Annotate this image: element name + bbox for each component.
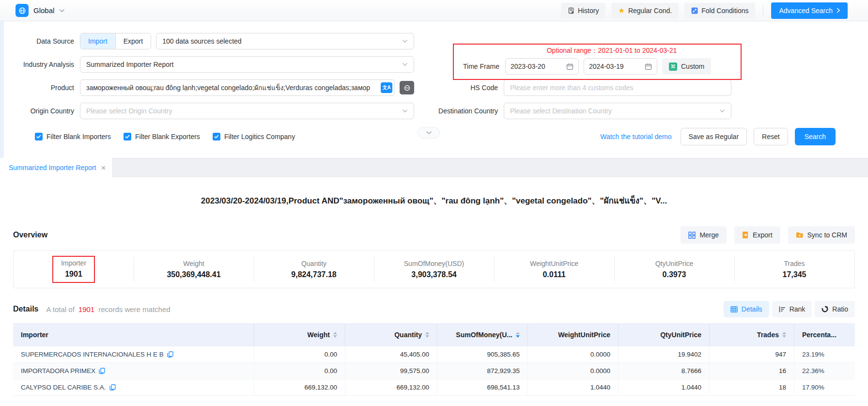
- copy-icon[interactable]: [99, 368, 105, 374]
- advanced-search-button[interactable]: Advanced Search: [771, 2, 848, 19]
- custom-label: Custom: [681, 62, 704, 70]
- search-mode-icon[interactable]: [400, 81, 414, 94]
- custom-range-button[interactable]: ⌘ Custom: [662, 58, 711, 75]
- data-sources-select[interactable]: 100 data sources selected: [156, 33, 414, 49]
- details-table: Importer Weight Quantity SumOfMoney(U...…: [13, 323, 855, 396]
- filters-actions-row: Filter Blank Importers Filter Blank Expo…: [0, 128, 868, 145]
- col-weight[interactable]: Weight: [254, 323, 345, 346]
- fold-conditions-button[interactable]: Fold Conditions: [684, 3, 755, 18]
- stat-quantity: Quantity 9,824,737.18: [254, 251, 374, 288]
- table-row[interactable]: IMPORTADORA PRIMEX 0.00 99,575.00 872,92…: [13, 363, 855, 379]
- translate-icon[interactable]: 文A: [381, 82, 392, 93]
- importer-link[interactable]: IMPORTADORA PRIMEX: [21, 367, 105, 375]
- percentage-cell: 23.19%: [794, 346, 855, 362]
- export-button[interactable]: Export: [734, 226, 780, 244]
- stat-label: Importer: [61, 259, 86, 267]
- tab-summarized-importer-report[interactable]: Summarized Importer Report ×: [0, 158, 113, 177]
- col-trades[interactable]: Trades: [710, 323, 794, 346]
- view-rank-button[interactable]: Rank: [772, 301, 812, 317]
- col-sum-of-money[interactable]: SumOfMoney(U...: [437, 323, 528, 346]
- region-selector[interactable]: Global: [16, 4, 65, 17]
- origin-country-placeholder: Please select Origin Country: [86, 107, 172, 115]
- trades-cell: 18: [710, 379, 794, 395]
- history-label: History: [578, 7, 599, 15]
- chevron-down-icon: [426, 131, 432, 135]
- reset-button[interactable]: Reset: [754, 128, 788, 145]
- close-icon[interactable]: ×: [101, 164, 106, 172]
- import-tab[interactable]: Import: [80, 33, 115, 49]
- weight-unit-price-cell: 0.0000: [528, 363, 619, 379]
- history-icon: [568, 7, 574, 14]
- filter-blank-exporters-checkbox[interactable]: Filter Blank Exporters: [124, 133, 200, 141]
- end-date-input[interactable]: 2024-03-19: [584, 58, 657, 75]
- product-input[interactable]: [80, 79, 395, 96]
- industry-select[interactable]: Summarized Importer Report: [80, 56, 414, 73]
- time-frame-row: Time Frame 2023-03-20 2024-03-19 ⌘ Custo…: [459, 58, 736, 75]
- origin-country-select[interactable]: Please select Origin Country: [80, 103, 414, 119]
- app-window: Global History ★ Regular Cond. Fold: [0, 0, 868, 406]
- view-details-button[interactable]: Details: [724, 301, 769, 317]
- folder-sync-icon: [796, 232, 804, 238]
- summary-prefix: A total of: [46, 305, 74, 313]
- top-bar: Global History ★ Regular Cond. Fold: [0, 0, 868, 21]
- fold-icon: [691, 7, 698, 14]
- overview-stats-bar: Importer 1901 Weight 350,369,448.41 Quan…: [13, 250, 855, 288]
- filter-blank-importers-label: Filter Blank Importers: [46, 133, 111, 141]
- stat-value: 350,369,448.41: [167, 270, 220, 279]
- quantity-cell: 99,575.00: [345, 363, 437, 379]
- stat-label: Trades: [784, 260, 805, 267]
- details-bar: Details A total of 1901 records were mat…: [13, 301, 855, 317]
- overview-heading: Overview: [13, 231, 47, 239]
- chevron-down-icon: [719, 109, 725, 113]
- search-button[interactable]: Search: [795, 128, 836, 145]
- weight-cell: 0.00: [254, 363, 345, 379]
- product-label: Product: [0, 84, 80, 92]
- filter-logistics-company-checkbox[interactable]: Filter Logitics Company: [213, 133, 295, 141]
- destination-country-label: Destination Country: [426, 107, 504, 115]
- collapse-conditions-button[interactable]: [418, 127, 440, 139]
- stat-value: 17,345: [783, 270, 806, 279]
- filter-logistics-company-label: Filter Logitics Company: [224, 133, 295, 141]
- copy-icon[interactable]: [167, 351, 173, 358]
- sort-icon: [333, 332, 337, 338]
- table-row[interactable]: SUPERMERCADOS INTERNACIONALES H E B 0.00…: [13, 346, 855, 363]
- qty-unit-price-cell: 19.9402: [619, 346, 710, 362]
- regular-cond-button[interactable]: ★ Regular Cond.: [611, 3, 679, 18]
- checkbox-checked-icon: [124, 133, 131, 141]
- calendar-icon: [566, 63, 574, 70]
- merge-button[interactable]: Merge: [681, 226, 727, 244]
- trades-cell: 947: [710, 346, 794, 362]
- history-button[interactable]: History: [561, 3, 606, 18]
- save-as-regular-button[interactable]: Save as Regular: [681, 128, 747, 145]
- start-date-input[interactable]: 2023-03-20: [505, 58, 579, 75]
- hs-code-field: HS Code: [426, 79, 731, 96]
- filter-blank-importers-checkbox[interactable]: Filter Blank Importers: [35, 133, 111, 141]
- stat-label: WeightUnitPrice: [530, 260, 578, 267]
- importer-link[interactable]: SUPERMERCADOS INTERNACIONALES H E B: [21, 351, 173, 358]
- rank-icon: [779, 306, 786, 312]
- details-summary: A total of 1901 records were matched: [46, 305, 170, 313]
- importer-link[interactable]: CALYPSO DEL CARIBE S.A.: [21, 384, 116, 391]
- stat-weight-unit-price: WeightUnitPrice 0.0111: [494, 251, 614, 288]
- sort-icon: [425, 332, 429, 338]
- destination-country-select[interactable]: Please select Destination Country: [504, 103, 731, 119]
- stat-value: 3,903,378.54: [411, 270, 456, 279]
- view-ratio-button[interactable]: Ratio: [815, 301, 855, 317]
- hs-code-input[interactable]: [504, 79, 731, 96]
- industry-label: Industry Analysis: [0, 61, 80, 68]
- table-row[interactable]: CALYPSO DEL CARIBE S.A. 669,132.00 669,1…: [13, 379, 855, 396]
- export-tab[interactable]: Export: [115, 33, 151, 49]
- sync-to-crm-button[interactable]: Sync to CRM: [788, 226, 855, 244]
- filter-logistics-exporters-label: Filter Blank Exporters: [135, 133, 200, 141]
- col-quantity[interactable]: Quantity: [345, 323, 437, 346]
- destination-country-field: Destination Country Please select Destin…: [426, 103, 731, 119]
- origin-country-label: Origin Country: [0, 107, 80, 115]
- copy-icon[interactable]: [109, 384, 116, 390]
- divider: [763, 5, 763, 16]
- view-switcher: Details Rank Ratio: [724, 301, 855, 317]
- data-sources-value: 100 data sources selected: [162, 37, 241, 45]
- tutorial-demo-link[interactable]: Watch the tutorial demo: [600, 133, 671, 141]
- start-date-value: 2023-03-20: [511, 62, 545, 70]
- result-query-title: 2023/03/20-2024/03/19,Product AND"заморо…: [13, 194, 855, 207]
- col-percentage: Percenta...: [794, 323, 855, 346]
